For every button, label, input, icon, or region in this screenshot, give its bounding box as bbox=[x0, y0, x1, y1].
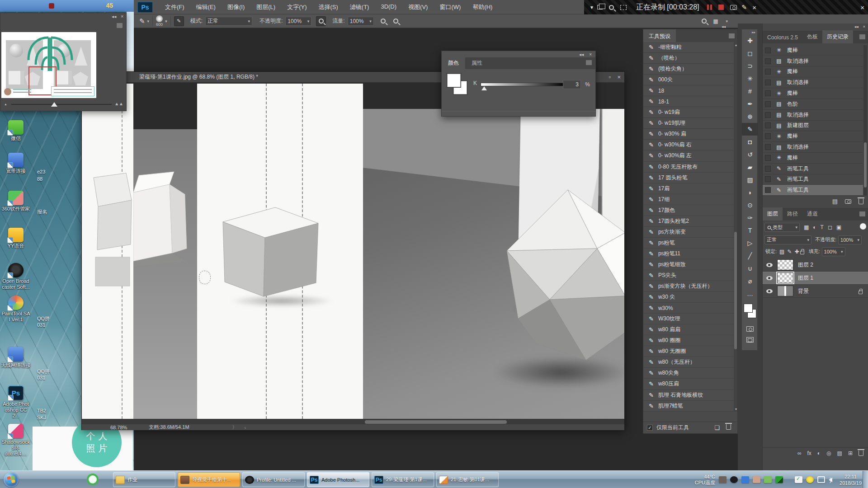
tool-preset-item[interactable]: ✎ ps粉笔11 bbox=[643, 249, 735, 259]
scroll-down-icon[interactable]: ▾ bbox=[735, 407, 737, 411]
trash-icon[interactable] bbox=[859, 199, 863, 204]
zoom-select-icon[interactable] bbox=[609, 5, 614, 10]
search-icon[interactable] bbox=[702, 19, 707, 23]
history-source-well[interactable] bbox=[765, 144, 771, 150]
screen-mode-button[interactable] bbox=[742, 334, 758, 345]
toggle-brush-panel-button[interactable]: ✎ bbox=[174, 16, 184, 26]
scrollbar-thumb[interactable] bbox=[864, 142, 867, 188]
tray-obs-icon[interactable] bbox=[730, 476, 738, 483]
desktop-icon[interactable]: Ps Adobe Phot oshop CC 2... bbox=[1, 386, 31, 419]
dropdown-arrow-icon[interactable]: ▼ bbox=[590, 5, 594, 10]
panel-tab[interactable]: 图层 bbox=[763, 207, 783, 221]
filter-type-icon[interactable]: ◻ bbox=[828, 224, 832, 230]
blur-tool[interactable]: ◗ bbox=[742, 186, 758, 199]
layer-thumbnail[interactable] bbox=[777, 286, 793, 296]
tray-orb-icon[interactable] bbox=[806, 476, 814, 483]
tool-preset-item[interactable]: ✎ -细密颗粒 bbox=[643, 42, 735, 53]
navigator-thumbnail[interactable] bbox=[1, 32, 96, 98]
chevron-down-icon[interactable]: ▾ bbox=[726, 19, 728, 23]
history-item[interactable]: ▤ 新建图层 bbox=[763, 121, 863, 131]
k-slider-track[interactable] bbox=[481, 83, 566, 86]
tool-preset-item[interactable]: ✎ 18-1 bbox=[643, 96, 735, 107]
volume-icon[interactable] bbox=[829, 478, 832, 482]
history-item[interactable]: ▤ 取消选择 bbox=[763, 77, 863, 88]
desktop-icon[interactable]: 微信 bbox=[1, 120, 31, 141]
lock-option-icon[interactable]: ▨ bbox=[779, 249, 784, 255]
history-scrollbar[interactable] bbox=[863, 45, 867, 196]
move-tool[interactable]: ✚ bbox=[742, 34, 758, 47]
lock-option-icon[interactable]: ✚ bbox=[794, 249, 799, 255]
tool-preset-item[interactable]: ✎ 000尖 bbox=[643, 75, 735, 85]
effects-icon[interactable]: fx bbox=[807, 450, 811, 456]
tool-preset-item[interactable]: ✎ ps渐变方块（无压杆） bbox=[643, 281, 735, 292]
taskbar-button[interactable]: Profile: Untitled ... bbox=[242, 472, 305, 487]
presets-scrollbar[interactable] bbox=[734, 42, 737, 412]
panel-tab[interactable]: Coolorus 2.5 bbox=[763, 32, 802, 43]
show-desktop-button[interactable] bbox=[863, 471, 868, 488]
color-swatches[interactable] bbox=[447, 74, 469, 96]
close-icon[interactable]: × bbox=[617, 72, 621, 82]
tool-preset-item[interactable]: ✎ w80（无压杆） bbox=[643, 357, 735, 368]
tool-preset-item[interactable]: ✎ 17颜色 bbox=[643, 205, 735, 216]
tool-preset-item[interactable]: ✎ 17 圆头粉笔 bbox=[643, 173, 735, 183]
browser-taskbar-icon[interactable] bbox=[87, 474, 99, 485]
k-value-field[interactable]: 3 bbox=[563, 80, 581, 89]
tool-preset-item[interactable]: ✎ 0- w19肌理 bbox=[643, 118, 735, 129]
navigator-zoom-slider[interactable]: ▲ ▲▲ bbox=[4, 101, 123, 108]
k-slider-thumb[interactable] bbox=[481, 86, 487, 90]
history-source-well[interactable] bbox=[765, 80, 771, 85]
foreground-color-swatch[interactable] bbox=[447, 74, 461, 87]
desktop-icon[interactable]: PaintTool SA I Ver.1 bbox=[1, 296, 31, 323]
tool-preset-item[interactable]: ✎ PS尖头 bbox=[643, 270, 735, 281]
canvas[interactable] bbox=[82, 83, 624, 419]
panel-menu-icon[interactable] bbox=[729, 33, 735, 38]
panel-tab[interactable]: 通道 bbox=[802, 207, 822, 221]
collapse-icon[interactable]: ◂◂ bbox=[722, 24, 726, 29]
tray-network-icon[interactable] bbox=[817, 476, 825, 483]
history-source-well[interactable] bbox=[765, 133, 771, 139]
history-source-well[interactable] bbox=[765, 122, 771, 128]
blend-mode-select[interactable]: 正常▾ bbox=[205, 17, 252, 26]
more-tools[interactable]: … bbox=[742, 287, 758, 300]
visibility-eye-icon[interactable] bbox=[766, 289, 773, 293]
pressure-opacity-button[interactable] bbox=[316, 16, 326, 26]
magic-wand-tool[interactable]: ✳ bbox=[742, 72, 758, 85]
layer-blend-select[interactable]: 正常▾ bbox=[764, 235, 811, 244]
filter-type-icon[interactable]: ▦ bbox=[804, 224, 809, 230]
desktop-icon[interactable]: 360软件管家 bbox=[1, 191, 31, 212]
brush-preset-picker[interactable]: 600 bbox=[156, 15, 163, 27]
history-source-well[interactable] bbox=[765, 58, 771, 64]
tool-preset-item[interactable]: ✎ w80压扁 bbox=[643, 379, 735, 389]
tool-preset-item[interactable]: ✎ 18 bbox=[643, 85, 735, 96]
eyedropper-tool[interactable]: ✒ bbox=[742, 98, 758, 110]
layer-opacity-select[interactable]: 100%▾ bbox=[838, 235, 862, 244]
tray-green-icon[interactable] bbox=[764, 476, 772, 483]
chevron-down-icon[interactable]: ▾ bbox=[147, 19, 150, 23]
collapse-icon[interactable]: ◂◂ bbox=[112, 14, 116, 19]
scrollbar-thumb[interactable] bbox=[734, 232, 737, 349]
layer-row[interactable]: 图层 2 bbox=[763, 258, 868, 272]
history-item[interactable]: ✳ 魔棒 bbox=[763, 88, 863, 99]
layer-thumbnail[interactable] bbox=[777, 272, 793, 283]
panel-tab[interactable]: 路径 bbox=[783, 207, 802, 221]
zoom-out-icon[interactable]: ▲ bbox=[4, 103, 7, 106]
scroll-up-icon[interactable]: ▴ bbox=[735, 43, 737, 47]
layer-row[interactable]: 背景 bbox=[763, 285, 868, 298]
menu-item[interactable]: 图像(I) bbox=[227, 3, 245, 11]
menu-item[interactable]: 视图(V) bbox=[408, 3, 428, 11]
tool-preset-item[interactable]: ✎ w30 尖 bbox=[643, 292, 735, 303]
delete-layer-icon[interactable] bbox=[859, 450, 863, 456]
menu-item[interactable]: 选择(S) bbox=[318, 3, 338, 11]
taskbar-button[interactable]: 导视觉手绘第十... bbox=[178, 472, 240, 487]
stop-button[interactable] bbox=[718, 5, 724, 10]
history-item[interactable]: ✳ 魔棒 bbox=[763, 131, 863, 142]
filter-type-icon[interactable]: ▣ bbox=[836, 224, 841, 230]
crop-tool[interactable]: # bbox=[742, 85, 758, 98]
tool-preset-item[interactable]: ✎ 0- w30%扁 左 bbox=[643, 150, 735, 161]
corner-close-icon[interactable]: × bbox=[860, 4, 864, 11]
restore-icon[interactable]: ▫ bbox=[609, 72, 611, 82]
toolbar-grip[interactable]: ▸▸ bbox=[742, 29, 757, 34]
tray-check-icon[interactable] bbox=[795, 476, 802, 483]
lock-all-icon[interactable] bbox=[800, 251, 804, 254]
menu-item[interactable]: 3D(D) bbox=[381, 3, 396, 11]
